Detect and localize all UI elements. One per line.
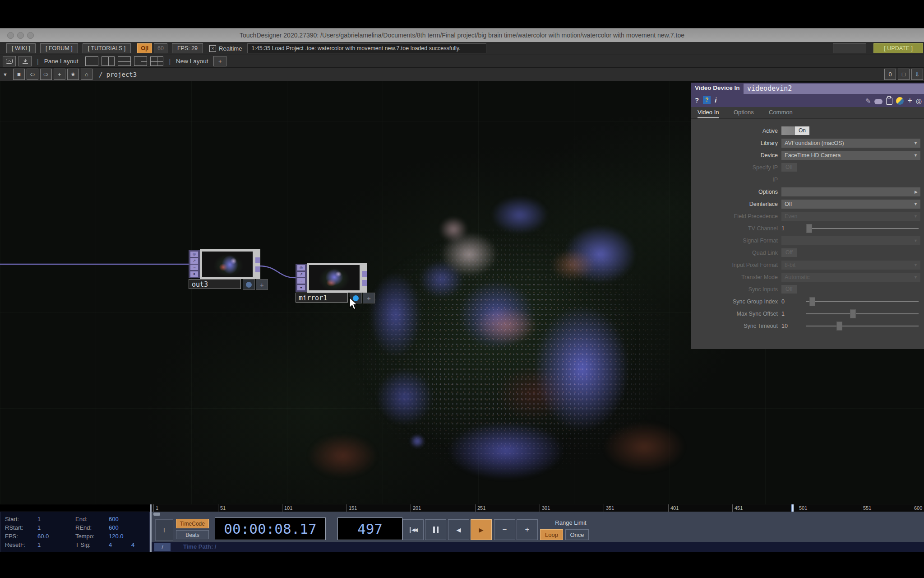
- collapse-pane-icon[interactable]: ⇩: [911, 69, 923, 80]
- node-output-connector[interactable]: [362, 271, 367, 277]
- active-toggle[interactable]: On: [781, 126, 809, 135]
- node-lock-flag-icon[interactable]: ●: [190, 271, 198, 277]
- node-out3-comment-button[interactable]: +: [256, 279, 268, 290]
- node-out3-output-column[interactable]: [255, 249, 260, 279]
- play-reverse-button[interactable]: ◀: [448, 519, 469, 540]
- slider-track[interactable]: [806, 326, 919, 326]
- slider-handle[interactable]: [850, 309, 856, 318]
- bullseye-icon[interactable]: ◎: [916, 97, 922, 105]
- timecode-mode-button[interactable]: TimeCode: [176, 519, 209, 528]
- io-toggle-button[interactable]: O|I: [137, 43, 152, 53]
- tempo-value[interactable]: 120.0: [109, 533, 124, 540]
- maximize-pane-icon[interactable]: □: [898, 69, 910, 80]
- network-path[interactable]: / project3: [99, 71, 137, 78]
- node-out3-viewer-dot[interactable]: [243, 279, 255, 290]
- stop-button[interactable]: ■: [13, 69, 25, 80]
- python-help-icon[interactable]: ?: [703, 96, 711, 104]
- python-mode-icon[interactable]: [895, 95, 906, 106]
- slider-value[interactable]: 1: [781, 309, 785, 318]
- pane-layout-single-button[interactable]: [85, 56, 98, 66]
- quad-link-toggle[interactable]: Off: [781, 248, 797, 257]
- forward-button[interactable]: ⇨: [40, 69, 52, 80]
- start-value[interactable]: 1: [37, 516, 41, 522]
- slider-track[interactable]: [806, 301, 919, 302]
- add-bookmark-button[interactable]: +: [54, 69, 65, 80]
- timecode-display[interactable]: 00:00:08.17: [215, 517, 326, 540]
- pane-layout-split-vertical-button[interactable]: [102, 56, 115, 66]
- node-mirror1-flag-column[interactable]: ◎ ↗ → ●: [296, 264, 307, 292]
- copy-parameters-icon[interactable]: [886, 98, 892, 105]
- slider-handle[interactable]: [809, 297, 815, 306]
- home-button[interactable]: ⌂: [81, 69, 92, 80]
- tsig-numerator[interactable]: 4: [109, 541, 112, 548]
- slider-track[interactable]: [806, 313, 919, 314]
- frame-display[interactable]: 497: [337, 517, 402, 540]
- timeline-ruler[interactable]: 1 51 101 151 201 251 301 351 401 451 501…: [152, 504, 924, 512]
- info-icon[interactable]: i: [715, 96, 716, 104]
- play-forward-button[interactable]: ▶: [471, 519, 492, 540]
- tab-common[interactable]: Common: [769, 109, 793, 117]
- node-output-connector[interactable]: [255, 257, 260, 263]
- node-bypass-flag-icon[interactable]: →: [297, 278, 305, 284]
- slider-value[interactable]: 10: [781, 322, 788, 331]
- timeline-scroll-handle[interactable]: [153, 513, 160, 516]
- tsig-denominator[interactable]: 4: [131, 541, 134, 548]
- rstart-value[interactable]: 1: [37, 524, 41, 531]
- slider-value[interactable]: 1: [781, 224, 785, 233]
- operator-name-field[interactable]: videodevin2: [744, 84, 924, 94]
- slider-value[interactable]: 0: [781, 297, 785, 306]
- pane-layout-grid-button[interactable]: [150, 56, 163, 66]
- jump-to-start-button[interactable]: ◀◀: [402, 519, 424, 540]
- signal-format-dropdown[interactable]: ▼: [781, 236, 920, 245]
- node-mirror1-name[interactable]: mirror1: [296, 293, 348, 303]
- node-mirror1-viewer[interactable]: [307, 263, 362, 293]
- node-out3-viewer[interactable]: [200, 249, 255, 279]
- wiki-button[interactable]: [ WIKI ]: [6, 43, 36, 53]
- node-out3-name[interactable]: out3: [189, 279, 241, 289]
- resetf-value[interactable]: 1: [37, 541, 41, 548]
- bookmarks-button[interactable]: ★: [67, 69, 79, 80]
- tutorials-button[interactable]: [ TUTORIALS ]: [83, 43, 131, 53]
- slider-track[interactable]: [806, 228, 919, 229]
- back-button[interactable]: ⇦: [27, 69, 38, 80]
- slider-handle[interactable]: [836, 322, 842, 331]
- target-fps-value[interactable]: 60: [154, 43, 167, 53]
- node-clone-flag-icon[interactable]: ↗: [297, 272, 305, 277]
- update-button[interactable]: [ UPDATE ]: [873, 43, 923, 53]
- add-parameter-icon[interactable]: +: [907, 96, 912, 106]
- node-output-connector[interactable]: [255, 266, 260, 272]
- realtime-toggle[interactable]: × Realtime: [209, 45, 242, 52]
- pane-layout-split-horizontal-button[interactable]: [118, 56, 131, 66]
- input-pixel-format-dropdown[interactable]: 8-bit▼: [781, 261, 920, 270]
- slider-handle[interactable]: [806, 224, 812, 233]
- sync-inputs-toggle[interactable]: Off: [781, 285, 797, 294]
- end-value[interactable]: 600: [109, 516, 119, 522]
- node-output-connector[interactable]: [362, 280, 367, 286]
- timeline-options-handle[interactable]: I: [155, 519, 173, 541]
- node-viewer-flag-icon[interactable]: ◎: [297, 265, 305, 270]
- ip-field[interactable]: [781, 175, 920, 184]
- node-clone-flag-icon[interactable]: ↗: [190, 258, 198, 264]
- edit-expression-icon[interactable]: ✎: [865, 97, 871, 105]
- zoom-level-indicator[interactable]: 0: [884, 69, 896, 80]
- node-viewer-flag-icon[interactable]: ◎: [190, 252, 198, 257]
- pause-button[interactable]: [425, 519, 446, 540]
- beats-mode-button[interactable]: Beats: [176, 530, 209, 539]
- forum-button[interactable]: [ FORUM ]: [40, 43, 78, 53]
- node-bypass-flag-icon[interactable]: →: [190, 265, 198, 270]
- options-menu[interactable]: ▶: [781, 187, 920, 196]
- time-path-chip[interactable]: /: [154, 543, 171, 551]
- fps-value[interactable]: 60.0: [37, 533, 49, 540]
- help-icon[interactable]: ?: [695, 96, 699, 104]
- device-dropdown[interactable]: FaceTime HD Camera▼: [781, 151, 920, 160]
- node-out3-flag-column[interactable]: ◎ ↗ → ●: [189, 250, 200, 278]
- node-mirror1-comment-button[interactable]: +: [363, 293, 375, 303]
- node-lock-flag-icon[interactable]: ●: [297, 285, 305, 290]
- library-dropdown[interactable]: AVFoundation (macOS)▼: [781, 139, 920, 148]
- once-button[interactable]: Once: [565, 529, 589, 540]
- save-layout-icon[interactable]: [18, 56, 32, 66]
- tab-options[interactable]: Options: [734, 109, 754, 117]
- rend-value[interactable]: 600: [109, 524, 119, 531]
- node-mirror1-output-column[interactable]: [362, 263, 367, 293]
- node-out3[interactable]: ◎ ↗ → ● out3 +: [189, 249, 261, 291]
